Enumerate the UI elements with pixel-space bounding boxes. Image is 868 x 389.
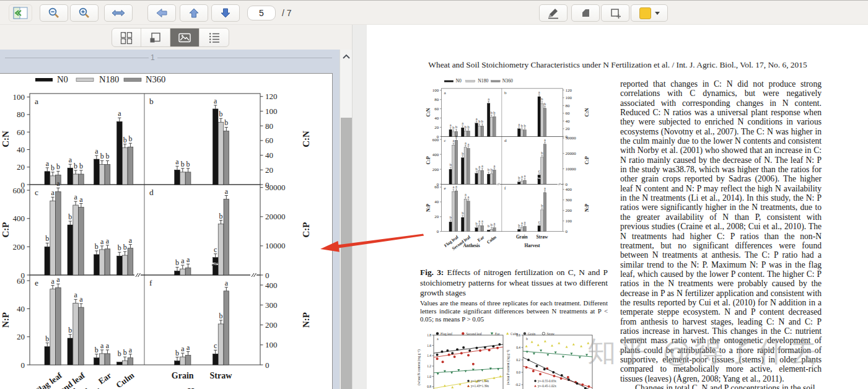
fit-width-icon <box>112 8 125 18</box>
svg-text:60: 60 <box>434 107 439 111</box>
svg-text:20: 20 <box>434 125 439 129</box>
arrow-up-icon <box>188 7 199 19</box>
svg-text:(wheat N content (mg g⁻¹): (wheat N content (mg g⁻¹) <box>417 349 421 385</box>
svg-text:0.4: 0.4 <box>516 346 520 349</box>
svg-text:100: 100 <box>432 88 439 92</box>
svg-text:b: b <box>450 162 452 167</box>
svg-text:1.6: 1.6 <box>427 344 431 347</box>
svg-text:a: a <box>95 147 99 155</box>
tab-list-view[interactable] <box>199 28 229 46</box>
add-area-button[interactable] <box>601 4 629 22</box>
svg-text:a: a <box>452 138 454 142</box>
svg-text:20: 20 <box>17 332 25 341</box>
svg-text:b: b <box>521 123 523 128</box>
svg-text:b: b <box>544 102 546 106</box>
zoom-preview-pane[interactable]: 1 N0N180N360C:NC:NC:PC:PN:PN:P0204060801… <box>0 50 340 389</box>
svg-text:a: a <box>465 141 467 145</box>
svg-text:a: a <box>79 195 83 204</box>
svg-text:a: a <box>74 291 77 299</box>
svg-text:a: a <box>455 134 457 138</box>
svg-text:a: a <box>100 237 104 246</box>
tab-thumbnail-view[interactable] <box>112 28 141 46</box>
svg-text:N:P: N:P <box>1 312 11 328</box>
svg-text:b: b <box>56 162 60 171</box>
svg-text:100: 100 <box>13 92 25 102</box>
nav-up-button[interactable] <box>180 4 208 22</box>
svg-text:N0: N0 <box>57 74 68 84</box>
svg-text:e: e <box>35 278 38 287</box>
svg-text:a: a <box>214 97 217 105</box>
fit-width-button[interactable] <box>104 4 133 22</box>
svg-text:b: b <box>481 119 483 123</box>
svg-text:a: a <box>544 186 546 190</box>
svg-text:a: a <box>455 184 457 188</box>
svg-text:b: b <box>68 212 72 221</box>
svg-text:200: 200 <box>13 242 25 251</box>
note-button[interactable] <box>571 4 600 22</box>
arrow-left-icon <box>156 7 168 19</box>
svg-text:20: 20 <box>434 214 439 219</box>
svg-text:b: b <box>224 118 228 127</box>
scrollbar-thumb[interactable] <box>341 118 352 389</box>
sidebar-toggle-button[interactable] <box>9 4 32 22</box>
tab-snapshot-view[interactable] <box>141 28 170 46</box>
svg-text:d: d <box>504 138 507 143</box>
svg-text:40: 40 <box>17 145 25 154</box>
svg-text:a: a <box>450 123 452 127</box>
svg-text:80: 80 <box>434 97 439 102</box>
nav-down-button[interactable] <box>211 4 240 22</box>
highlighter-icon <box>546 7 560 19</box>
svg-text:20000: 20000 <box>566 151 577 155</box>
svg-text:b: b <box>488 224 489 228</box>
scroll-up-icon[interactable] <box>341 53 352 61</box>
svg-text:-0.2: -0.2 <box>515 383 520 387</box>
svg-text:a: a <box>476 116 478 121</box>
svg-text:a: a <box>51 188 55 197</box>
svg-text:a: a <box>488 97 489 101</box>
svg-text:a: a <box>186 343 190 352</box>
svg-text:b: b <box>175 349 179 357</box>
zoom-in-button[interactable] <box>70 4 99 22</box>
svg-text:N360: N360 <box>502 78 513 84</box>
svg-text:b: b <box>518 223 520 227</box>
svg-text:C:N: C:N <box>1 131 11 147</box>
svg-text:400: 400 <box>265 281 278 290</box>
svg-text:C:P: C:P <box>1 222 11 238</box>
svg-text:Harvest: Harvest <box>525 243 540 248</box>
svg-text:N:P: N:P <box>301 312 311 328</box>
highlighter-button[interactable] <box>539 4 568 22</box>
svg-text:0: 0 <box>566 182 568 186</box>
page-total-label: / 7 <box>282 8 292 18</box>
zoom-in-icon <box>78 7 90 19</box>
svg-text:a: a <box>69 155 72 164</box>
fig4-scatter-chart: Flag leafSecond leafEarCulmGrainStraw(wh… <box>416 330 602 389</box>
svg-text:Anthesis: Anthesis <box>463 243 480 248</box>
svg-text:0: 0 <box>265 271 270 280</box>
svg-text:1.4: 1.4 <box>427 354 431 357</box>
svg-text:e: e <box>444 186 446 191</box>
tab-image-view[interactable] <box>170 28 199 46</box>
svg-text:b: b <box>493 110 495 115</box>
svg-text:80: 80 <box>17 110 25 119</box>
highlight-color-picker[interactable] <box>631 4 668 22</box>
svg-text:N360: N360 <box>146 74 165 84</box>
nav-back-button[interactable] <box>147 4 176 22</box>
svg-text:a: a <box>518 122 520 126</box>
svg-text:b: b <box>45 234 49 243</box>
left-pane-scrollbar[interactable] <box>340 50 352 389</box>
svg-text:0.0: 0.0 <box>516 370 520 374</box>
svg-text:a: a <box>521 174 523 178</box>
zoomed-page: N0N180N360C:NC:NC:PC:PN:PN:P020406080100… <box>0 73 333 389</box>
svg-text:a: a <box>181 256 185 265</box>
svg-text:b: b <box>452 125 454 129</box>
svg-text:a: a <box>35 97 38 106</box>
svg-text:0.2: 0.2 <box>516 358 520 362</box>
svg-text:400: 400 <box>13 214 25 223</box>
svg-text:a: a <box>524 220 526 224</box>
page-number-input[interactable]: 5 <box>247 6 276 20</box>
zoom-out-button[interactable] <box>40 4 68 22</box>
svg-text:Culm: Culm <box>114 370 136 389</box>
svg-text:f: f <box>149 278 152 287</box>
svg-text:60: 60 <box>434 185 439 189</box>
svg-text:a: a <box>521 221 523 225</box>
